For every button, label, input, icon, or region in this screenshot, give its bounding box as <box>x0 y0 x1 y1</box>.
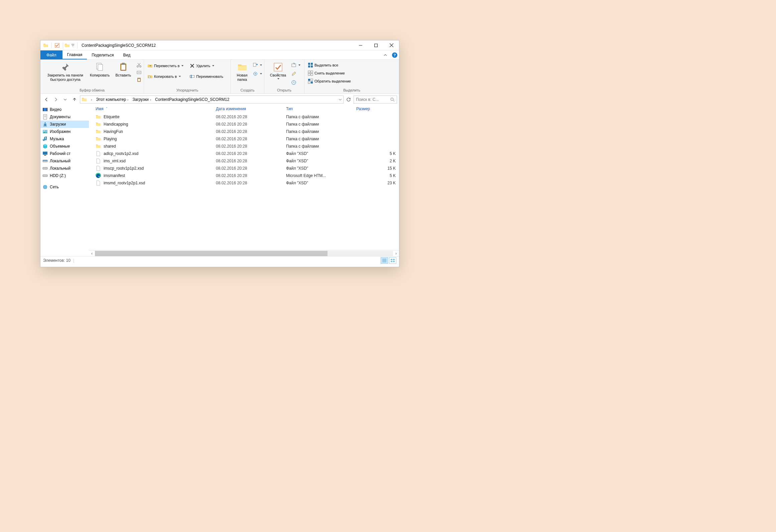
svg-rect-41 <box>43 108 43 111</box>
status-bar: Элементов: 10 | <box>40 256 399 264</box>
folder-icon <box>82 97 87 102</box>
scissors-icon <box>136 62 142 68</box>
thumbnails-view-button[interactable] <box>389 257 396 264</box>
collapse-ribbon-icon[interactable] <box>380 50 390 59</box>
paste-button[interactable]: Вставить <box>112 62 135 77</box>
horizontal-scrollbar[interactable]: ‹ › <box>89 250 399 256</box>
file-row[interactable]: Playing08.02.2016 20:28Папка с файлами <box>89 135 399 143</box>
column-headers: Имяˆ Дата изменения Тип Размер <box>89 105 399 113</box>
up-button[interactable] <box>71 96 79 104</box>
copy-button[interactable]: Копировать <box>88 62 112 77</box>
file-row[interactable]: Etiquette08.02.2016 20:28Папка с файлами <box>89 113 399 121</box>
ribbon-group-open: Свойства Открыть <box>264 60 304 94</box>
cut-button[interactable] <box>136 62 142 68</box>
tree-item-downloads[interactable]: Загрузки <box>40 121 89 128</box>
tree-item-images[interactable]: Изображен <box>40 128 89 135</box>
history-icon <box>291 80 296 85</box>
scroll-track[interactable] <box>95 251 393 256</box>
refresh-button[interactable] <box>345 96 352 103</box>
open-button[interactable] <box>291 62 300 68</box>
chevron-down-icon[interactable] <box>339 98 342 101</box>
tab-share[interactable]: Поделиться <box>87 50 118 59</box>
scroll-thumb[interactable] <box>95 251 328 256</box>
properties-button[interactable]: Свойства <box>266 62 290 79</box>
recent-locations-button[interactable] <box>61 96 69 104</box>
chevron-down-icon <box>181 65 183 66</box>
tab-file[interactable]: Файл <box>40 50 62 59</box>
column-header-type[interactable]: Тип <box>286 107 356 111</box>
file-name: ims_xml.xsd <box>104 159 126 163</box>
pin-quick-access-button[interactable]: Закрепить на панели быстрого доступа <box>42 62 88 82</box>
file-row[interactable]: shared08.02.2016 20:28Папка с файлами <box>89 143 399 150</box>
explorer-window: ContentPackagingSingleSCO_SCORM12 Файл Г… <box>40 40 399 267</box>
breadcrumb-segment[interactable]: Этот компьютер› <box>95 97 131 102</box>
tab-home[interactable]: Главная <box>62 50 87 59</box>
move-to-button[interactable]: Переместить в <box>147 63 183 68</box>
qat-properties-icon[interactable] <box>54 42 60 48</box>
file-row[interactable]: imsmanifest08.02.2016 20:28Microsoft Edg… <box>89 172 399 179</box>
rename-button[interactable]: Переименовать <box>189 74 223 79</box>
breadcrumb-segment[interactable]: Загрузки› <box>131 97 154 102</box>
file-date: 08.02.2016 20:28 <box>216 181 286 185</box>
forward-button[interactable] <box>52 96 60 104</box>
tree-item-local-disk-2[interactable]: Локальный <box>40 165 89 172</box>
file-row[interactable]: imscp_rootv1p1p2.xsd08.02.2016 20:28Файл… <box>89 165 399 172</box>
file-date: 08.02.2016 20:28 <box>216 144 286 149</box>
back-button[interactable] <box>42 96 50 104</box>
copy-path-button[interactable] <box>136 70 142 75</box>
tree-item-hdd[interactable]: HDD (Z:) <box>40 172 89 179</box>
address-bar[interactable]: › Этот компьютер› Загрузки› ContentPacka… <box>80 96 344 104</box>
maximize-button[interactable] <box>368 40 384 50</box>
tree-item-video[interactable]: Видео <box>40 106 89 113</box>
file-name: imscp_rootv1p1p2.xsd <box>104 166 144 171</box>
tab-view[interactable]: Вид <box>118 50 135 59</box>
file-row[interactable]: Handicapping08.02.2016 20:28Папка с файл… <box>89 121 399 128</box>
select-all-button[interactable]: Выделить все <box>308 62 351 68</box>
folder-icon[interactable] <box>64 43 70 48</box>
history-button[interactable] <box>291 80 300 85</box>
details-view-button[interactable] <box>381 257 388 264</box>
scroll-right-button[interactable]: › <box>393 250 399 256</box>
delete-button[interactable]: Удалить <box>189 63 223 68</box>
search-input[interactable]: Поиск в: C... <box>354 96 397 104</box>
file-row[interactable]: ims_xml.xsd08.02.2016 20:28Файл "XSD"2 K <box>89 157 399 165</box>
scroll-left-button[interactable]: ‹ <box>89 250 95 256</box>
tree-item-documents[interactable]: Документы <box>40 113 89 121</box>
ribbon-group-select: Выделить все Снять выделение Обратить вы… <box>304 60 399 94</box>
tree-item-desktop[interactable]: Рабочий ст <box>40 150 89 157</box>
sort-ascending-icon: ˆ <box>106 107 107 111</box>
easy-access-button[interactable] <box>253 71 262 76</box>
tree-item-network[interactable]: Сеть <box>40 183 89 191</box>
svg-point-11 <box>137 66 139 67</box>
minimize-button[interactable] <box>353 40 368 50</box>
invert-selection-button[interactable]: Обратить выделение <box>308 78 351 84</box>
folder-icon <box>96 129 101 134</box>
help-button[interactable]: ? <box>390 50 399 59</box>
close-button[interactable] <box>384 40 399 50</box>
breadcrumb-segment[interactable]: ContentPackagingSingleSCO_SCORM12 <box>154 97 231 102</box>
separator <box>77 42 78 48</box>
file-row[interactable]: adlcp_rootv1p2.xsd08.02.2016 20:28Файл "… <box>89 150 399 157</box>
file-row[interactable]: HavingFun08.02.2016 20:28Папка с файлами <box>89 128 399 135</box>
titlebar: ContentPackagingSingleSCO_SCORM12 <box>40 40 399 50</box>
paste-shortcut-button[interactable] <box>136 77 142 82</box>
column-header-size[interactable]: Размер <box>356 107 399 111</box>
file-row[interactable]: imsmd_rootv1p2p1.xsd08.02.2016 20:28Файл… <box>89 179 399 187</box>
select-none-button[interactable]: Снять выделение <box>308 70 351 76</box>
edit-button[interactable] <box>291 71 300 76</box>
svg-rect-34 <box>308 79 310 81</box>
file-type: Папка с файлами <box>286 137 356 141</box>
tree-item-local-disk[interactable]: Локальный <box>40 157 89 165</box>
column-header-date[interactable]: Дата изменения <box>216 107 286 111</box>
tree-item-music[interactable]: Музыка <box>40 135 89 143</box>
svg-point-38 <box>391 98 393 101</box>
column-header-name[interactable]: Имяˆ <box>89 107 216 111</box>
new-item-button[interactable] <box>253 62 262 68</box>
svg-rect-27 <box>311 63 313 65</box>
new-folder-button[interactable]: Новая папка <box>233 62 251 82</box>
qat-dropdown-icon[interactable] <box>71 44 75 47</box>
file-type: Папка с файлами <box>286 129 356 134</box>
tree-item-3d-objects[interactable]: Объемные <box>40 143 89 150</box>
edge-icon <box>96 173 101 178</box>
copy-to-button[interactable]: Копировать в <box>147 74 183 79</box>
